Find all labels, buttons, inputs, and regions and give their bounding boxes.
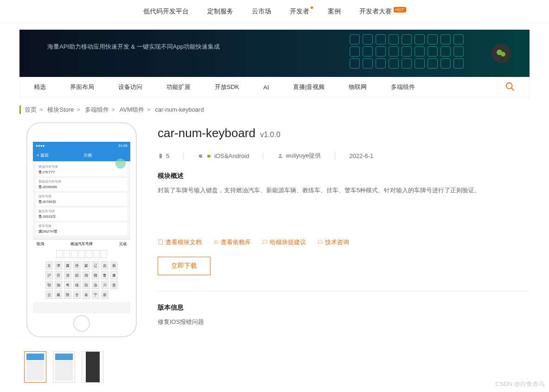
- kb-cancel: 取消: [37, 241, 44, 247]
- download-button[interactable]: 立即下载: [158, 257, 211, 275]
- notification-dot-icon: [311, 6, 313, 9]
- phone-mockup: ●●●●21:05 < 返回示例 燃油汽车号牌鲁J7E777新能源汽车号牌鲁JD…: [26, 122, 137, 337]
- kb-key: 贵: [110, 281, 118, 289]
- kb-key: 藏: [55, 291, 62, 299]
- kb-key: 陕: [64, 291, 71, 299]
- category-bar: 精选 界面布局 设备访问 功能扩展 开放SDK AI 直播|音视频 物联网 多端…: [19, 77, 530, 97]
- kb-key: 苏: [55, 271, 62, 279]
- cat-featured[interactable]: 精选: [34, 83, 46, 91]
- android-icon: [206, 153, 212, 159]
- kb-key: 琼: [83, 281, 90, 289]
- meta-date: 2022-6-1: [349, 152, 387, 159]
- kb-key: 川: [101, 281, 109, 289]
- kb-key: 京: [45, 261, 53, 270]
- cat-ai[interactable]: AI: [263, 84, 269, 91]
- kb-key: 黑: [110, 261, 118, 270]
- list-item: 新能源汽车号牌鲁JD99099: [36, 178, 128, 191]
- cat-multi[interactable]: 多端组件: [391, 83, 415, 91]
- kb-key: 云: [45, 291, 53, 299]
- kb-title: 燃油汽车号牌: [70, 241, 93, 247]
- kb-key: 晋: [73, 261, 81, 270]
- overview-text: 封装了车牌号输入键盘，支持燃油汽车、新能源车辆、教练车、挂车、警车5种模式。针对…: [158, 185, 530, 196]
- kb-done: 完成: [119, 241, 127, 247]
- link-doc[interactable]: 查看模块文档: [158, 238, 202, 247]
- phone-header: < 返回示例: [33, 150, 130, 161]
- crumb-current: car-num-keyboard: [155, 106, 204, 113]
- crumb-multi[interactable]: 多端组件: [85, 106, 109, 113]
- nav-cases[interactable]: 案例: [328, 7, 341, 16]
- doc-icon: [158, 239, 164, 245]
- package-name: car-num-keyboard: [158, 126, 255, 140]
- kb-key: 沪: [45, 271, 53, 279]
- list-item: 警车号牌冀D627H警: [36, 222, 128, 235]
- phone-statusbar: ●●●●21:05: [33, 142, 130, 150]
- kb-key: 蒙: [83, 261, 90, 270]
- package-version: v1.0.0: [260, 131, 281, 139]
- headset-icon: [317, 239, 323, 245]
- crumb-avm[interactable]: AVM组件: [120, 106, 144, 113]
- list-item: 教练车号牌鲁J5533学: [36, 208, 128, 221]
- list-icon: [213, 239, 219, 245]
- nav-contest[interactable]: 开发者大赛HOT: [359, 7, 406, 16]
- cat-extend[interactable]: 功能扩展: [166, 83, 191, 91]
- user-icon: [277, 153, 283, 159]
- apple-icon: [198, 153, 204, 159]
- search-icon[interactable]: [505, 82, 515, 93]
- link-suggest[interactable]: 给模块提建议: [262, 238, 306, 247]
- kb-key: 湘: [55, 281, 62, 289]
- banner-icon-grid: [350, 34, 465, 69]
- hot-badge: HOT: [394, 7, 406, 13]
- svg-point-5: [280, 154, 281, 156]
- phone-icon: [158, 153, 164, 159]
- wechat-icon[interactable]: [492, 44, 511, 63]
- watermark: CSDN @白鱼赤乌: [495, 380, 544, 388]
- svg-point-1: [501, 52, 505, 57]
- thumb-2[interactable]: [53, 351, 75, 383]
- link-consult[interactable]: 技术咨询: [317, 238, 349, 247]
- cat-iot[interactable]: 物联网: [349, 83, 367, 91]
- thumbnail-row: [19, 351, 144, 383]
- cat-sdk[interactable]: 开放SDK: [215, 83, 239, 91]
- nav-custom[interactable]: 定制服务: [207, 7, 233, 16]
- kb-key: 吉: [101, 261, 109, 270]
- link-dep[interactable]: 查看依赖库: [213, 238, 251, 247]
- version-text: 修复IOS报错问题: [158, 316, 530, 328]
- kb-key: 皖: [73, 271, 81, 279]
- kb-key: 冀: [64, 261, 71, 270]
- list-item: 挂车号牌鲁J6789挂: [36, 193, 128, 206]
- meta-platform: iOS&Android: [198, 152, 263, 159]
- kb-key: 粤: [64, 281, 71, 289]
- svg-rect-4: [160, 153, 162, 158]
- nav-developer[interactable]: 开发者: [290, 7, 309, 16]
- meta-author: wuliyuye提供: [277, 152, 335, 160]
- cat-device[interactable]: 设备访问: [118, 83, 142, 91]
- svg-rect-6: [159, 240, 163, 245]
- nav-lowcode[interactable]: 低代码开发平台: [143, 7, 189, 16]
- thumb-3[interactable]: [82, 351, 104, 383]
- kb-key: 鲁: [101, 271, 109, 279]
- cat-live[interactable]: 直播|音视频: [293, 83, 325, 91]
- crumb-store[interactable]: 模块Store: [47, 106, 74, 113]
- kb-key: 津: [55, 261, 62, 270]
- kb-key: 浙: [64, 271, 71, 279]
- cat-layout[interactable]: 界面布局: [70, 83, 94, 91]
- kb-key: 鄂: [45, 281, 53, 289]
- kb-key: 宁: [92, 291, 99, 299]
- svg-point-2: [506, 82, 512, 89]
- kb-key: 青: [83, 291, 90, 299]
- kb-key: 辽: [92, 261, 99, 270]
- overview-title: 模块概述: [158, 172, 530, 180]
- divider: [158, 291, 530, 291]
- breadcrumb: 首页> 模块Store> 多端组件> AVM组件> car-num-keyboa…: [19, 106, 530, 114]
- indicator-dot-icon: [115, 158, 126, 169]
- svg-line-3: [511, 88, 514, 90]
- kb-key: 闽: [83, 271, 90, 279]
- kb-key: 桂: [73, 281, 81, 289]
- crumb-home[interactable]: 首页: [25, 106, 37, 113]
- nav-market[interactable]: 云市场: [252, 7, 271, 16]
- thumb-1[interactable]: [24, 351, 46, 383]
- hero-banner: 海量API助力移动应用快速开发 & 一键实现不同App功能快速集成: [19, 30, 530, 77]
- meta-downloads: 5: [158, 152, 184, 159]
- top-nav: 低代码开发平台 定制服务 云市场 开发者 案例 开发者大赛HOT: [0, 0, 549, 23]
- kb-key: 赣: [92, 271, 99, 279]
